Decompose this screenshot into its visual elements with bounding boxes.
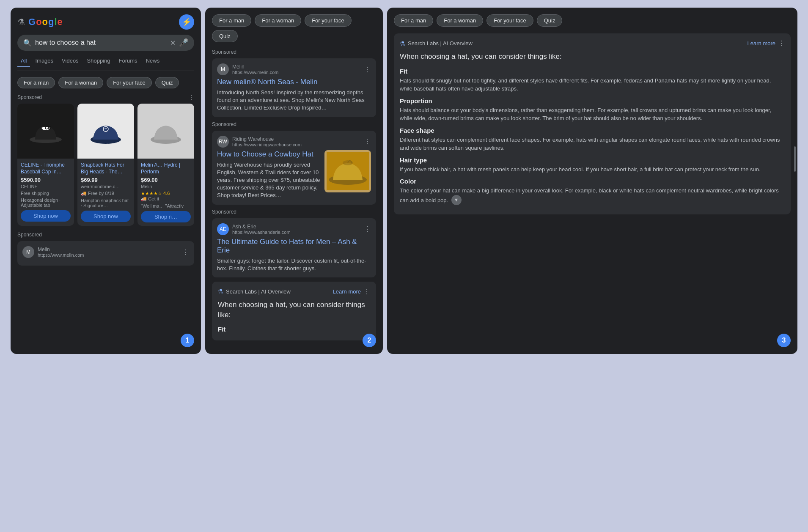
shop-now-button-1[interactable]: Shop now [21,210,71,222]
product-desc-3: "Well ma… "Attractiv [141,203,191,208]
product-title-2: Snapback Hats For Big Heads - The Hampto… [81,162,131,175]
chip-for-your-face[interactable]: For your face [107,77,152,88]
ad-image-p2-2 [324,150,371,192]
logo-area: ⚗ Google [17,16,63,27]
ad-title-p2-2[interactable]: How to Choose a Cowboy Hat [217,150,320,159]
ad-desc-p2-2: Riding Warehouse has proudly served Engl… [217,161,320,200]
lightning-button[interactable]: ⚡ [179,14,194,30]
shop-now-button-3[interactable]: Shop n… [141,211,191,222]
sponsored-label-p2-3: Sponsored [212,209,376,215]
product-price-1: $590.00 [21,177,71,183]
ad-menu-icon-1[interactable]: ⋮ [182,248,189,256]
expand-icon[interactable]: ▾ [451,195,462,205]
ad-menu-p2-2[interactable]: ⋮ [364,137,371,145]
chip3-for-your-face[interactable]: For your face [486,14,533,27]
shop-now-button-2[interactable]: Shop now [81,211,131,222]
tab-shopping[interactable]: Shopping [84,56,114,67]
search-input[interactable] [35,39,167,47]
ad-menu-p2-3[interactable]: ⋮ [364,225,371,233]
tab-videos[interactable]: Videos [58,56,82,67]
ad-title-p2-3[interactable]: The Ultimate Guide to Hats for Men – Ash… [217,238,371,255]
svg-text:CC: CC [45,126,51,130]
product-desc-2: Hampton snapback hat · Signature… [81,198,131,208]
ad-domain-p2-1: https://www.melin.com [232,70,361,75]
ai-section-title-p2: Fit [218,326,370,333]
product-desc-1: Hexagonal design · Adjustable tab [21,197,71,208]
product-card-2[interactable]: Snapback Hats For Big Heads - The Hampto… [77,104,134,226]
product-card-3[interactable]: Melin A… Hydro | Perform $69.00 Melin ★★… [137,104,194,226]
ad-domain-p2-2: https://www.ridingwarehouse.com [232,142,361,147]
ai-label-text-p2: Search Labs | AI Overview [226,288,291,295]
ai-section-title-3: Hair type [400,156,785,164]
ai-section-text-4: The color of your hat can make a big dif… [400,186,785,205]
product-price-3: $69.00 [141,177,191,183]
learn-more-btn-p2[interactable]: Learn more [333,288,361,295]
product-ship-1: Free shipping [21,191,71,196]
ai-more-icon-p3[interactable]: ⋮ [778,39,785,47]
clear-icon[interactable]: ✕ [170,39,176,47]
ad-domain-1: https://www.melin.com [38,252,179,258]
tab-forums[interactable]: Forums [115,56,141,67]
tab-news[interactable]: News [143,56,163,67]
product-ship-3: 🚚 Get it [141,196,191,202]
google-logo: Google [28,16,63,27]
scrollbar[interactable] [794,146,796,172]
ad-favicon-p2-3: AE [217,223,229,235]
ad-title-p2-1[interactable]: New melin® North Seas - Melin [217,78,371,86]
chip2-for-your-face[interactable]: For your face [305,14,352,27]
ai-section-title-2: Face shape [400,127,785,134]
product-image-1: CC [17,104,74,159]
ad-domain-p2-3: https://www.ashanderie.com [232,230,361,235]
chip2-for-a-woman[interactable]: For a woman [255,14,301,27]
ai-section-text-0: Hats should fit snugly but not too tight… [400,77,785,93]
panel-1: ⚗ Google ⚡ 🔍 ✕ 🎤 All Images Videos Sho [11,8,201,354]
ad-desc-p2-1: Introducing North Seas! Inspired by the … [217,89,371,112]
ai-overview-p3: ⚗ Search Labs | AI Overview Learn more ⋮… [394,33,791,214]
product-store-2: wearmondome.c… [81,184,131,189]
ai-more-icon-p2[interactable]: ⋮ [363,288,370,296]
learn-more-btn-p3[interactable]: Learn more [748,40,775,47]
ad-name-p2-1: Melin [232,64,361,70]
sponsored-label-p2-2: Sponsored [212,121,376,127]
chip3-for-a-man[interactable]: For a man [394,14,433,27]
svg-point-7 [343,160,353,165]
chip-for-a-man[interactable]: For a man [17,77,55,88]
product-price-2: $69.99 [81,177,131,183]
tab-images[interactable]: Images [32,56,57,67]
ai-overview-p2: ⚗ Search Labs | AI Overview Learn more ⋮… [212,282,376,341]
ai-overview-title-p3: When choosing a hat, you can consider th… [400,52,785,62]
ad-favicon-p2-1: M [217,63,229,75]
product-card-1[interactable]: CC CELINE - Triomphe Baseball Cap In Cot… [17,104,74,226]
product-store-1: CELINE [21,184,71,189]
product-grid: CC CELINE - Triomphe Baseball Cap In Cot… [17,104,194,226]
ai-section-text-3: If you have thick hair, a hat with mesh … [400,165,785,174]
tab-all[interactable]: All [17,56,30,67]
chip2-quiz[interactable]: Quiz [212,30,238,42]
chip2-for-a-man[interactable]: For a man [212,14,251,27]
chip3-quiz[interactable]: Quiz [537,14,563,27]
ad-block-p2-3: AE Ash & Erie https://www.ashanderie.com… [212,218,376,277]
sponsored-label-2: Sponsored [17,232,194,238]
chip-quiz[interactable]: Quiz [155,77,179,88]
search-tabs: All Images Videos Shopping Forums News [17,56,194,71]
ai-section-title-1: Proportion [400,97,785,104]
ad-favicon-1: M [22,246,34,258]
ai-section-text-2: Different hat styles can complement diff… [400,136,785,152]
chip3-for-a-woman[interactable]: For a woman [437,14,483,27]
more-options-icon[interactable]: ⋮ [189,94,194,100]
ad-menu-p2-1[interactable]: ⋮ [364,66,371,74]
ai-section-title-0: Fit [400,68,785,75]
product-image-2 [77,104,134,159]
mic-icon[interactable]: 🎤 [179,38,188,47]
search-header: ⚗ Google ⚡ [17,14,194,30]
chip-for-a-woman[interactable]: For a woman [58,77,103,88]
top-chips-panel2: For a man For a woman For your face Quiz [212,14,376,42]
ad-block-p2-1: M Melin https://www.melin.com ⋮ New meli… [212,58,376,117]
ad-name-p2-2: Riding Warehouse [232,136,361,142]
sponsored-label-p2-1: Sponsored [212,49,376,55]
panel-2: For a man For a woman For your face Quiz… [205,8,383,354]
ai-sections-p3: Fit Hats should fit snugly but not too t… [400,68,785,205]
product-store-3: Melin [141,184,191,189]
ad-desc-p2-3: Smaller guys: forget the tailor. Discove… [217,257,371,272]
search-bar[interactable]: 🔍 ✕ 🎤 [17,35,194,51]
